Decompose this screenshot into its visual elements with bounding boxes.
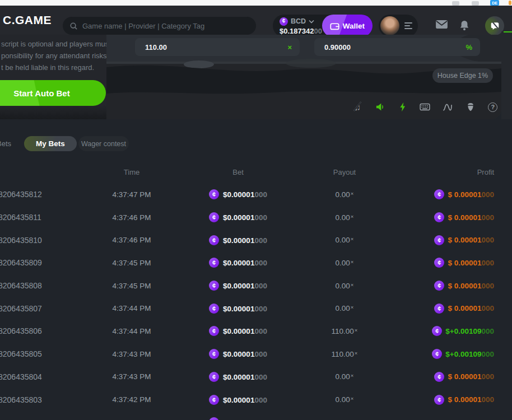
profit-amount: $+0.00109: [445, 350, 481, 358]
bcd-coin-icon: ¢: [432, 349, 442, 359]
win-chance-field[interactable]: %: [314, 38, 480, 56]
bcd-coin-icon: ¢: [280, 17, 288, 26]
notifications-bell-icon[interactable]: [459, 20, 469, 31]
bet-amount-dim: 000: [254, 373, 267, 381]
bcd-coin-icon: ¢: [434, 258, 444, 268]
messages-icon[interactable]: [435, 20, 448, 29]
table-row[interactable]: 8206435811 4:37:46 PM ¢ $0.00001000 0.00…: [0, 206, 512, 229]
bet-amount: $0.00001: [223, 236, 254, 245]
table-row[interactable]: 8206435803 4:37:42 PM ¢ $0.00001000 0.00…: [0, 388, 512, 411]
bet-amount: $0.00001: [223, 327, 254, 335]
payout-field[interactable]: ×: [135, 38, 300, 56]
table-row[interactable]: 8206435807 4:37:44 PM ¢ $0.00001000 0.00…: [0, 297, 512, 320]
tab-my-bets[interactable]: My Bets: [24, 136, 77, 151]
wallet-label: Wallet: [343, 22, 365, 30]
start-auto-bet-button[interactable]: Start Auto Bet: [0, 80, 106, 106]
avatar[interactable]: [380, 16, 399, 35]
profit-cell: ¢ $ 0.00001000: [387, 395, 512, 405]
payout-cell: 0.00×: [302, 282, 387, 290]
profit-amount-dim: 000: [481, 327, 494, 335]
bet-time: 4:37:45 PM: [90, 282, 174, 290]
multiplier-x: ×: [355, 327, 358, 333]
search-icon: [69, 22, 78, 30]
currency-selector[interactable]: ¢ BCD $0.187342 00: [280, 17, 322, 35]
turbo-bolt-icon[interactable]: [397, 101, 408, 113]
browser-extension-icon[interactable]: [452, 1, 459, 6]
search-input[interactable]: [82, 22, 249, 30]
bet-amount-cell: ¢ $0.00001000: [174, 258, 302, 268]
bet-amount-dim: 000: [254, 396, 267, 404]
multiplier-x: ×: [351, 372, 354, 379]
autobet-panel: script is optional and players must take…: [0, 35, 106, 119]
table-row[interactable]: 8206435804 4:37:43 PM ¢ $0.00001000 0.00…: [0, 366, 512, 389]
table-row[interactable]: 8206435809 4:37:45 PM ¢ $0.00001000 0.00…: [0, 251, 512, 274]
bc-game-page: DE C.GAME ¢ BCD: [0, 0, 512, 420]
bet-amount-dim: 000: [254, 305, 267, 313]
game-search[interactable]: [63, 17, 256, 35]
profit-amount-dim: 000: [481, 372, 494, 381]
profit-cell: ¢ $ 0.00001000: [387, 189, 512, 199]
game-toolbar: ♫: [352, 100, 499, 114]
sound-on-icon[interactable]: [374, 101, 385, 113]
multiplier-suffix: ×: [287, 43, 292, 52]
bet-time: 4:37:42 PM: [90, 395, 174, 404]
multiplier-x: ×: [351, 395, 354, 402]
bet-amount: $0.00001: [223, 213, 254, 222]
bet-amount-cell: ¢ $0.00001000: [174, 417, 302, 420]
profit-amount-dim: 000: [481, 395, 494, 404]
payout-cell: 110.00×: [302, 327, 387, 335]
bet-amount-cell: ¢ $0.00001000: [174, 189, 302, 199]
translator-extension-badge[interactable]: DE: [490, 0, 499, 6]
bcd-coin-icon: ¢: [209, 212, 219, 222]
bet-amount: $0.00001: [223, 282, 254, 290]
bet-amount: $0.00001: [223, 396, 254, 404]
multiplier-x: ×: [351, 190, 354, 197]
table-row[interactable]: 8206435810 4:37:46 PM ¢ $0.00001000 0.00…: [0, 228, 512, 251]
hotkeys-keyboard-icon[interactable]: [420, 101, 431, 113]
profit-cell: ¢ $ 0.00001000: [387, 281, 512, 291]
live-stats-icon[interactable]: [442, 101, 453, 113]
profit-amount: $ 0.00001: [448, 372, 481, 381]
bcd-coin-icon: ¢: [434, 281, 444, 291]
table-row[interactable]: 8206435808 4:37:45 PM ¢ $0.00001000 0.00…: [0, 274, 512, 297]
profit-amount: $ 0.00001: [448, 395, 481, 404]
profit-cell: ¢ $+0.00109000: [387, 326, 512, 336]
site-logo[interactable]: C.GAME: [3, 13, 52, 27]
seed-settings-icon[interactable]: [465, 101, 476, 113]
browser-extension-icon[interactable]: [509, 1, 511, 5]
bet-id: 8206435812: [0, 190, 90, 199]
bcd-coin-icon: ¢: [209, 235, 219, 245]
bet-id: 8206435803: [0, 395, 90, 404]
table-row[interactable]: ¢ $0.00001000 ¢: [0, 411, 512, 420]
bcd-coin-icon: ¢: [209, 326, 219, 336]
profit-cell: ¢ $ 0.00001000: [387, 372, 512, 382]
balance-amount-dim: 00: [314, 27, 322, 35]
wallet-button[interactable]: Wallet: [322, 15, 373, 37]
browser-extension-icon[interactable]: [472, 1, 479, 6]
music-muted-icon[interactable]: ♫: [352, 101, 363, 113]
bcd-coin-icon: ¢: [434, 372, 444, 382]
bcd-coin-icon: ¢: [209, 417, 219, 420]
chevron-down-icon: [309, 20, 314, 24]
bet-amount-dim: 000: [254, 190, 267, 199]
table-row[interactable]: 8206435806 4:37:44 PM ¢ $0.00001000 110.…: [0, 320, 512, 343]
bet-time: 4:37:47 PM: [90, 190, 174, 199]
profile-menu[interactable]: [379, 15, 418, 37]
bet-id: 8206435806: [0, 326, 90, 335]
bet-id: 8206435807: [0, 304, 90, 313]
profit-amount: $ 0.00001: [448, 282, 481, 290]
tab-all-bets[interactable]: Bets: [0, 139, 11, 148]
payout-cell: 0.00×: [302, 304, 387, 312]
table-row[interactable]: 8206435805 4:37:43 PM ¢ $0.00001000 110.…: [0, 343, 512, 366]
payout-input[interactable]: [145, 43, 283, 52]
bets-table-header: Time Bet Payout Profit: [0, 167, 512, 176]
bcd-coin-icon: ¢: [209, 189, 219, 199]
win-chance-input[interactable]: [324, 43, 461, 52]
balance-amount: $0.187342: [280, 27, 314, 35]
bet-time: 4:37:43 PM: [90, 372, 174, 381]
tab-wager-contest[interactable]: Wager contest: [78, 136, 129, 151]
help-icon[interactable]: ?: [487, 101, 499, 113]
table-row[interactable]: 8206435812 4:37:47 PM ¢ $0.00001000 0.00…: [0, 183, 512, 206]
bet-id: 8206435810: [0, 236, 90, 245]
payout-cell: 0.00×: [302, 259, 387, 267]
